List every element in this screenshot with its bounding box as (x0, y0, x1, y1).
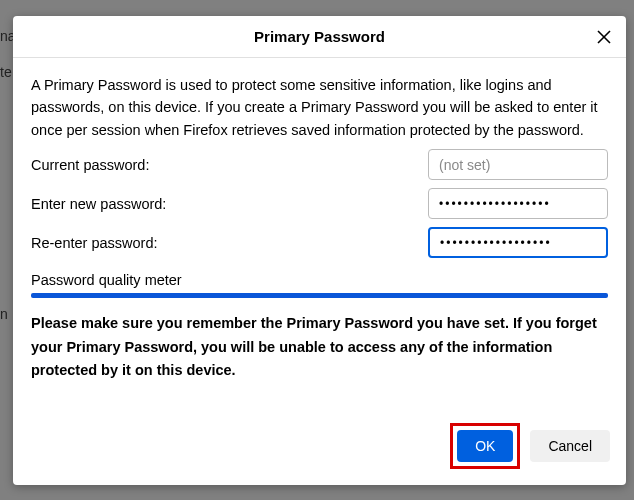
close-icon (597, 30, 611, 44)
password-quality-label: Password quality meter (31, 272, 608, 288)
new-password-input[interactable] (428, 188, 608, 219)
ok-button[interactable]: OK (457, 430, 513, 462)
ok-button-highlight: OK (450, 423, 520, 469)
new-password-label: Enter new password: (31, 196, 166, 212)
intro-text: A Primary Password is used to protect so… (31, 74, 608, 141)
warning-text: Please make sure you remember the Primar… (31, 312, 608, 382)
dialog-header: Primary Password (13, 16, 626, 58)
cancel-button[interactable]: Cancel (530, 430, 610, 462)
dialog-body: A Primary Password is used to protect so… (13, 58, 626, 415)
password-quality-meter (31, 293, 608, 298)
primary-password-dialog: Primary Password A Primary Password is u… (13, 16, 626, 485)
background-text: te (0, 64, 12, 80)
current-password-input[interactable] (428, 149, 608, 180)
close-button[interactable] (594, 27, 614, 47)
dialog-footer: OK Cancel (13, 415, 626, 485)
background-text: n (0, 306, 8, 322)
current-password-label: Current password: (31, 157, 149, 173)
dialog-title: Primary Password (254, 28, 385, 45)
reenter-password-input[interactable] (428, 227, 608, 258)
reenter-password-row: Re-enter password: (31, 227, 608, 258)
current-password-row: Current password: (31, 149, 608, 180)
reenter-password-label: Re-enter password: (31, 235, 158, 251)
new-password-row: Enter new password: (31, 188, 608, 219)
